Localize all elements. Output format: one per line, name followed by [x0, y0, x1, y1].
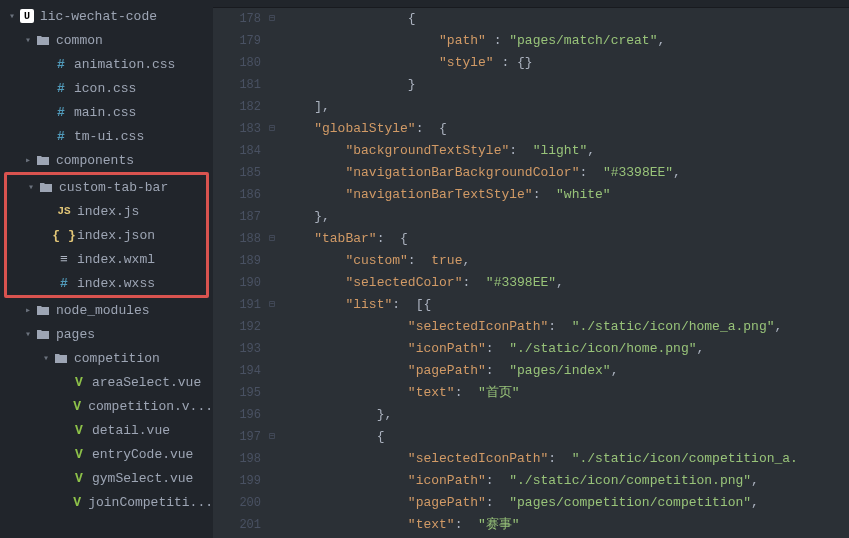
tree-folder-components[interactable]: ▸ components: [0, 148, 213, 172]
chevron-down-icon: ▾: [22, 328, 34, 340]
tree-file[interactable]: #index.wxss: [7, 271, 206, 295]
file-explorer[interactable]: ▾ U lic-wechat-code ▾ common #animation.…: [0, 0, 213, 538]
folder-open-icon: [34, 328, 52, 340]
tree-label: tm-ui.css: [74, 129, 144, 144]
tree-label: joinCompetiti...: [88, 495, 213, 510]
vue-file-icon: V: [70, 495, 84, 510]
vue-file-icon: V: [70, 447, 88, 462]
tree-file[interactable]: ≡index.wxml: [7, 247, 206, 271]
js-file-icon: JS: [55, 205, 73, 217]
tree-label: pages: [56, 327, 95, 342]
tree-file[interactable]: Vdetail.vue: [0, 418, 213, 442]
tree-label: gymSelect.vue: [92, 471, 193, 486]
editor-tabs[interactable]: [213, 0, 849, 8]
tree-file[interactable]: Vcompetition.v...: [0, 394, 213, 418]
tree-file[interactable]: VjoinCompetiti...: [0, 490, 213, 514]
tree-folder-custom-tab-bar[interactable]: ▾ custom-tab-bar: [7, 175, 206, 199]
tree-label: entryCode.vue: [92, 447, 193, 462]
css-file-icon: #: [52, 57, 70, 72]
tree-file[interactable]: #tm-ui.css: [0, 124, 213, 148]
folder-open-icon: [34, 34, 52, 46]
folder-icon: [34, 154, 52, 166]
tree-label: index.wxml: [77, 252, 155, 267]
tree-label: animation.css: [74, 57, 175, 72]
vue-file-icon: V: [70, 471, 88, 486]
tree-label: index.wxss: [77, 276, 155, 291]
code-area[interactable]: 1781791801811821831841851861871881891901…: [213, 8, 849, 538]
tree-folder-common[interactable]: ▾ common: [0, 28, 213, 52]
tree-label: main.css: [74, 105, 136, 120]
fold-gutter[interactable]: ⊟⊟⊟⊟⊟: [269, 8, 283, 538]
tree-label: index.json: [77, 228, 155, 243]
tree-label: competition.v...: [88, 399, 213, 414]
code-content[interactable]: { "path" : "pages/match/creat", "style" …: [283, 8, 849, 538]
tree-folder-pages[interactable]: ▾ pages: [0, 322, 213, 346]
tree-label: common: [56, 33, 103, 48]
folder-open-icon: [52, 352, 70, 364]
vue-file-icon: V: [70, 423, 88, 438]
tree-file[interactable]: #icon.css: [0, 76, 213, 100]
tree-file[interactable]: JSindex.js: [7, 199, 206, 223]
chevron-right-icon: ▸: [22, 304, 34, 316]
css-file-icon: #: [55, 276, 73, 291]
tree-root[interactable]: ▾ U lic-wechat-code: [0, 4, 213, 28]
tree-folder-competition[interactable]: ▾ competition: [0, 346, 213, 370]
css-file-icon: #: [52, 105, 70, 120]
tree-file[interactable]: { }index.json: [7, 223, 206, 247]
folder-open-icon: [37, 181, 55, 193]
tree-label: areaSelect.vue: [92, 375, 201, 390]
chevron-right-icon: ▸: [22, 154, 34, 166]
tree-label: node_modules: [56, 303, 150, 318]
wxml-file-icon: ≡: [55, 252, 73, 267]
tree-label: index.js: [77, 204, 139, 219]
tree-file[interactable]: VentryCode.vue: [0, 442, 213, 466]
tree-label: custom-tab-bar: [59, 180, 168, 195]
tree-label: lic-wechat-code: [40, 9, 157, 24]
folder-icon: [34, 304, 52, 316]
tree-label: detail.vue: [92, 423, 170, 438]
project-icon: U: [18, 9, 36, 23]
chevron-down-icon: ▾: [22, 34, 34, 46]
css-file-icon: #: [52, 81, 70, 96]
tree-file[interactable]: #animation.css: [0, 52, 213, 76]
json-file-icon: { }: [55, 228, 73, 243]
vue-file-icon: V: [70, 375, 88, 390]
tree-label: icon.css: [74, 81, 136, 96]
line-number-gutter: 1781791801811821831841851861871881891901…: [213, 8, 269, 538]
editor-pane: 1781791801811821831841851861871881891901…: [213, 0, 849, 538]
tree-folder-node-modules[interactable]: ▸ node_modules: [0, 298, 213, 322]
vue-file-icon: V: [70, 399, 84, 414]
tree-file[interactable]: #main.css: [0, 100, 213, 124]
chevron-down-icon: ▾: [6, 10, 18, 22]
tree-file[interactable]: VgymSelect.vue: [0, 466, 213, 490]
highlight-annotation: ▾ custom-tab-bar JSindex.js { }index.jso…: [4, 172, 209, 298]
css-file-icon: #: [52, 129, 70, 144]
chevron-down-icon: ▾: [40, 352, 52, 364]
tree-file[interactable]: VareaSelect.vue: [0, 370, 213, 394]
tree-label: components: [56, 153, 134, 168]
chevron-down-icon: ▾: [25, 181, 37, 193]
tree-label: competition: [74, 351, 160, 366]
